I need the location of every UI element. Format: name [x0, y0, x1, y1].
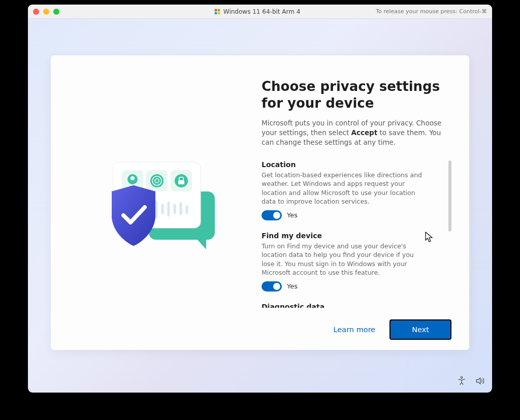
setting-title: Find my device [262, 232, 443, 240]
setting-title: Diagnostic data [262, 303, 443, 308]
release-hint-text: To release your mouse press: Control-⌘ [376, 8, 487, 15]
minimize-window-button[interactable] [43, 9, 49, 15]
host-title-text: Windows 11 64-bit Arm 4 [223, 8, 301, 15]
svg-rect-6 [218, 12, 220, 14]
host-toolbar-right: To release your mouse press: Control-⌘ [371, 8, 487, 15]
svg-rect-3 [215, 9, 217, 11]
scrollbar-track[interactable] [448, 160, 451, 308]
setting-diagnostic-data: Diagnostic data Send info about the webs… [262, 303, 443, 308]
setting-title: Location [262, 160, 443, 169]
toggle-state-label: Yes [287, 211, 298, 219]
action-row: Learn more Next [262, 312, 451, 340]
intro-bold: Accept [351, 128, 377, 137]
setting-desc: Get location-based experiences like dire… [262, 171, 424, 206]
settings-scroll-area[interactable]: Location Get location-based experiences … [262, 160, 451, 308]
setting-desc: Turn on Find my device and use your devi… [262, 242, 424, 277]
next-button[interactable]: Next [389, 319, 451, 340]
guest-viewport: Choose privacy settings for your device … [28, 19, 492, 393]
windows-logo-icon [214, 9, 220, 15]
svg-rect-22 [178, 180, 184, 184]
oobe-privacy-card: Choose privacy settings for your device … [51, 55, 469, 350]
zoom-window-button[interactable] [53, 9, 59, 15]
oobe-content: Choose privacy settings for your device … [251, 55, 469, 350]
host-toolbar-left [68, 8, 144, 15]
toggle-find-my-device[interactable] [262, 281, 282, 292]
setting-find-my-device: Find my device Turn on Find my device an… [262, 232, 443, 292]
svg-marker-10 [196, 238, 206, 249]
vm-host-window: Windows 11 64-bit Arm 4 To release your … [28, 5, 492, 393]
oobe-tray [457, 376, 485, 388]
svg-point-14 [131, 176, 135, 180]
page-title: Choose privacy settings for your device [262, 78, 451, 111]
toggle-location[interactable] [262, 210, 282, 220]
close-window-button[interactable] [33, 9, 39, 15]
setting-location: Location Get location-based experiences … [262, 160, 443, 220]
svg-rect-4 [218, 9, 220, 11]
host-titlebar: Windows 11 64-bit Arm 4 To release your … [28, 5, 492, 19]
window-traffic-lights [33, 9, 59, 15]
accessibility-icon[interactable] [457, 376, 467, 388]
toggle-state-label: Yes [287, 282, 298, 290]
volume-icon[interactable] [475, 376, 485, 388]
host-window-title: Windows 11 64-bit Arm 4 [214, 8, 301, 15]
scrollbar-thumb[interactable] [448, 160, 451, 232]
svg-rect-5 [215, 12, 217, 14]
privacy-illustration [51, 55, 251, 350]
intro-text: Microsoft puts you in control of your pr… [262, 118, 451, 147]
svg-point-34 [461, 377, 462, 378]
learn-more-link[interactable]: Learn more [331, 320, 379, 339]
